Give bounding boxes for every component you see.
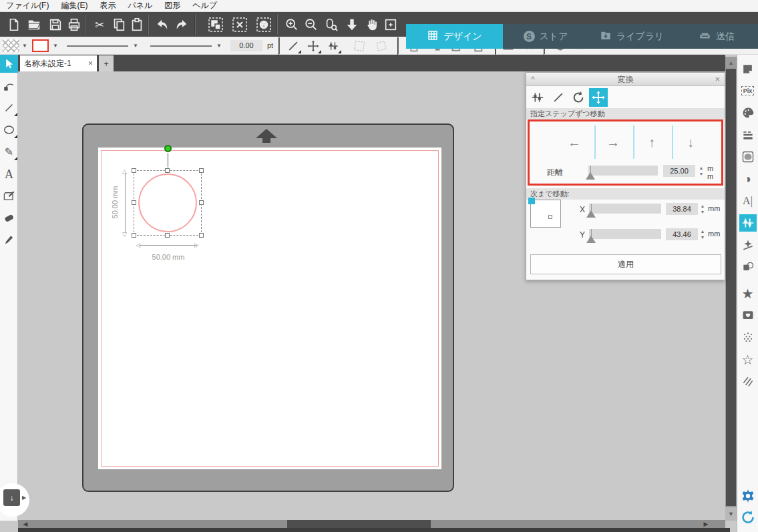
move-up-button[interactable]: ↑ [635,128,669,156]
menu-view[interactable]: 表示 [93,0,122,11]
rotation-handle[interactable] [164,145,172,152]
handle-bottom-left[interactable] [132,233,136,238]
refresh-icon[interactable] [739,509,757,526]
handle-mid-right[interactable] [199,200,204,205]
ellipse-tool[interactable] [0,121,18,139]
line-style-select[interactable] [67,45,128,47]
document-tab[interactable]: 名称未設定-1 × [20,55,97,71]
move-right-button[interactable]: → [596,128,630,156]
x-slider[interactable] [589,204,661,214]
panel-close-icon[interactable]: × [715,73,720,86]
print-icon[interactable] [65,16,83,33]
image-effects-icon[interactable] [739,148,757,166]
undo-icon[interactable] [154,16,171,33]
text-style-icon[interactable]: A| [739,192,757,210]
save-icon[interactable] [47,16,64,33]
y-slider[interactable] [589,229,661,239]
distance-spinner[interactable]: ▲▼ [698,165,705,177]
tab-design[interactable]: デザイン [406,24,503,49]
hatch-lines-icon[interactable] [739,373,757,390]
line-style-icon[interactable] [739,126,757,144]
knife-tool[interactable] [0,231,18,249]
pan-hand-icon[interactable] [363,16,381,33]
star-filled-icon[interactable]: ★ [739,285,757,302]
y-input[interactable]: 43.46 [666,228,698,240]
close-document-icon[interactable]: × [88,59,93,68]
move-down-button[interactable]: ↓ [674,128,707,156]
pix-trace-icon[interactable]: Pix [739,82,757,99]
fill-swatch[interactable] [3,39,19,52]
panel-header[interactable]: ^ 変換 × [526,73,725,86]
menu-panel[interactable]: パネル [122,0,158,11]
tab-skew-icon[interactable] [549,88,568,107]
tab-move-icon[interactable] [589,88,608,107]
stroke-width-input[interactable]: 0.00 [230,40,262,51]
download-folder-icon[interactable]: ↓ [3,489,20,506]
handle-mid-left[interactable] [132,200,136,205]
eraser-tool[interactable] [0,209,18,227]
tab-store[interactable]: S ストア [503,24,588,49]
handle-top-left[interactable] [132,168,136,173]
move-tool-icon[interactable] [305,37,322,54]
note-stamp-tool[interactable] [0,187,18,205]
panel-collapse-icon[interactable]: ^ [531,73,535,86]
boolean-shapes-icon[interactable] [739,258,757,276]
cut-icon[interactable]: ✂ [91,16,108,33]
copy-icon[interactable] [110,16,128,33]
horizontal-scrollbar[interactable]: ◀ ▶ [18,520,725,528]
line-segment-tool-icon[interactable] [285,37,302,54]
page-setup-icon[interactable] [739,60,757,77]
pencil-tool[interactable]: ✎ [0,143,18,161]
dots-pattern-icon[interactable] [739,329,757,346]
distance-input[interactable]: 25.00 [663,165,695,177]
zoom-in-icon[interactable] [283,16,301,33]
tab-rotate-icon[interactable] [569,88,588,107]
move-left-button[interactable]: ← [558,128,591,156]
settings-gear-icon[interactable] [739,487,757,505]
stroke-dropdown-icon[interactable]: ▼ [53,43,58,49]
zoom-out-icon[interactable] [303,16,320,33]
menu-shapes[interactable]: 図形 [158,0,186,11]
position-preview[interactable] [530,200,561,228]
x-input[interactable]: 38.84 [666,203,698,215]
horizontal-scroll-thumb[interactable] [287,520,431,528]
contrast-icon[interactable]: ◑ [739,170,757,188]
line-style-dropdown-icon[interactable]: ▼ [133,43,138,49]
new-document-tab-button[interactable]: + [99,55,114,71]
handle-top-right[interactable] [199,168,204,173]
line-tool[interactable] [0,99,18,117]
x-spinner[interactable]: ▲▼ [699,203,706,215]
handle-top-center[interactable] [165,168,170,173]
menu-file[interactable]: ファイル(F) [0,0,55,11]
point-edit-tool[interactable] [0,77,18,95]
handle-bottom-right[interactable] [199,233,204,238]
scroll-right-icon[interactable]: ▶ [700,520,712,528]
open-file-icon[interactable] [25,16,43,33]
distance-slider[interactable] [588,166,658,176]
text-tool[interactable]: A [0,165,18,183]
tab-library[interactable]: ライブラリ [588,24,675,49]
menu-help[interactable]: ヘルプ [186,0,223,11]
rotate-bounds-icon[interactable] [351,37,368,54]
recolor-selection-icon[interactable] [255,16,272,33]
redo-icon[interactable] [173,16,190,33]
transform-panel-icon[interactable] [739,214,757,232]
flyout-expand-icon[interactable]: ▶ [22,495,26,501]
screen-heart-icon[interactable] [739,307,757,324]
handle-bottom-center[interactable] [165,233,170,238]
clear-selection-icon[interactable] [231,16,248,33]
paste-icon[interactable] [128,16,146,33]
vertical-scrollbar[interactable]: ▲ ▼ [725,57,737,521]
rotate-bounds-alt-icon[interactable] [373,37,390,54]
fit-page-icon[interactable] [343,16,361,33]
fill-dropdown-icon[interactable]: ▼ [22,43,27,49]
selection-bounding-box[interactable] [134,170,202,236]
tab-send[interactable]: 送信 [675,24,758,49]
menu-edit[interactable]: 編集(E) [55,0,93,11]
drag-zoom-icon[interactable] [323,16,340,33]
apply-button[interactable]: 適用 [530,254,721,274]
star-outline-icon[interactable]: ☆ [739,351,757,368]
modify-spark-icon[interactable] [739,236,757,254]
select-tool[interactable] [0,55,18,73]
scroll-left-icon[interactable]: ◀ [19,520,31,528]
